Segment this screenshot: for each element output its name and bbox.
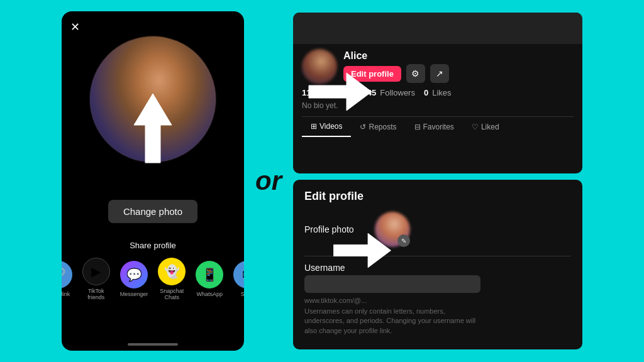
share-icons-row: 🔗 Copy link ▶ TikTok friends 💬 Messenger… <box>62 258 244 300</box>
phone-avatar <box>90 36 216 162</box>
share-icon-copy-link[interactable]: 🔗 Copy link <box>62 261 72 297</box>
right-panels: Alice Edit profile ⚙ ↗ 1195 Following 45… <box>293 13 582 349</box>
edit-panel: Edit profile Profile photo ✎ Username ww… <box>293 180 582 349</box>
tab-reposts[interactable]: ↺ Reposts <box>351 117 405 137</box>
main-container: ✕ Change photo Share profile 🔗 Copy link… <box>0 0 644 362</box>
edit-avatar-pencil-icon[interactable]: ✎ <box>397 234 410 247</box>
phone-panel: ✕ Change photo Share profile 🔗 Copy link… <box>62 11 244 351</box>
close-button[interactable]: ✕ <box>70 20 80 34</box>
edit-username-row: Username www.tiktok.com/@... Usernames c… <box>304 263 571 336</box>
snapchat-icon: 👻 <box>158 258 186 285</box>
username-input-blur[interactable] <box>304 275 480 293</box>
tiktok-label: TikTok friends <box>82 288 110 300</box>
settings-icon-button[interactable]: ⚙ <box>406 64 425 83</box>
share-icon-button[interactable]: ↗ <box>430 64 449 83</box>
whatsapp-icon: 📱 <box>196 261 223 288</box>
arrow-down-icon <box>128 90 178 168</box>
likes-count: 0 <box>424 88 428 97</box>
messenger-icon: 💬 <box>120 261 148 288</box>
copy-link-label: Copy link <box>62 291 70 297</box>
home-indicator <box>128 343 178 346</box>
share-icon-sms[interactable]: ✉ SM... <box>233 261 244 297</box>
sms-label: SM... <box>241 291 244 297</box>
arrow-right-edit-icon <box>331 230 394 273</box>
svg-marker-0 <box>134 94 172 163</box>
share-icon-whatsapp[interactable]: 📱 WhatsApp <box>196 261 223 297</box>
svg-marker-1 <box>309 73 372 111</box>
arrow-right-profile-icon <box>306 70 375 116</box>
change-photo-button[interactable]: Change photo <box>108 200 197 223</box>
tiktok-icon: ▶ <box>82 258 110 285</box>
share-icon-snapchat[interactable]: 👻 Snapchat Chats <box>158 258 186 300</box>
svg-marker-2 <box>334 233 391 268</box>
copy-link-icon: 🔗 <box>62 261 72 288</box>
likes-label: Likes <box>432 88 451 97</box>
profile-name: Alice <box>343 50 449 62</box>
followers-label: Followers <box>380 88 415 97</box>
profile-header-blur <box>293 13 582 44</box>
snapchat-label: Snapchat Chats <box>158 288 186 300</box>
tab-favorites[interactable]: ⊟ Favorites <box>406 117 463 137</box>
edit-panel-title: Edit profile <box>304 190 571 203</box>
or-divider: or <box>255 166 282 196</box>
share-icon-messenger[interactable]: 💬 Messenger <box>120 261 148 297</box>
username-description: Usernames can only contain letters, numb… <box>304 307 480 336</box>
profile-tabs: ⊞ Videos ↺ Reposts ⊟ Favorites ♡ Liked <box>302 116 574 137</box>
share-profile-section: Share profile 🔗 Copy link ▶ TikTok frien… <box>62 241 244 300</box>
tab-liked[interactable]: ♡ Liked <box>463 117 508 137</box>
share-icon-tiktok[interactable]: ▶ TikTok friends <box>82 258 110 300</box>
username-hint: www.tiktok.com/@... <box>304 297 367 304</box>
whatsapp-label: WhatsApp <box>197 291 223 297</box>
tab-videos[interactable]: ⊞ Videos <box>302 117 351 137</box>
sms-icon: ✉ <box>233 261 244 288</box>
share-profile-label: Share profile <box>130 241 176 250</box>
profile-panel: Alice Edit profile ⚙ ↗ 1195 Following 45… <box>293 13 582 173</box>
messenger-label: Messenger <box>120 291 148 297</box>
